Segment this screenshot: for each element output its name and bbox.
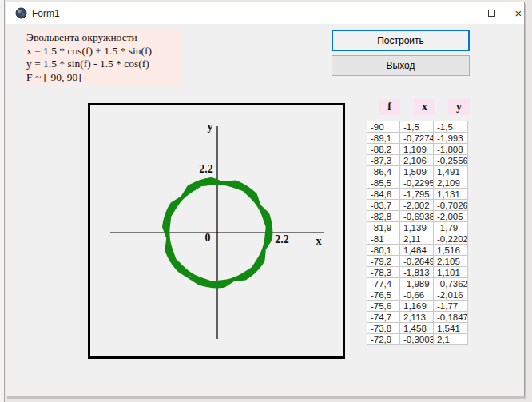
column-header-x: x [414,99,435,115]
plot-area [88,103,345,359]
table-cell: -0,3003 [400,334,434,345]
table-cell: -0,2649 [400,256,434,267]
form-window: Form1 – × Эвольвента окружности x = 1.5 … [6,2,525,396]
table-cell: -0,1847 [434,312,468,323]
exit-button-label: Выход [387,60,415,71]
table-cell: -2,002 [400,200,434,211]
table-cell: 1,169 [400,301,434,312]
column-header-f: f [379,99,400,115]
exit-button[interactable]: Выход [332,55,470,76]
table-cell: -1,77 [434,301,468,312]
window-title: Form1 [32,8,60,19]
table-cell: 2,106 [400,155,434,166]
desktop-edge [0,0,5,402]
table-row[interactable]: -812,11-0,2202 [367,233,468,245]
table-cell: 1,109 [400,144,434,155]
table-row[interactable]: -80,11,4841,516 [367,245,468,256]
table-cell: 2,11 [400,233,434,245]
table-cell: -90 [367,121,400,133]
table-cell: 1,101 [434,267,468,278]
table-cell: 2,1 [434,334,468,345]
table-row[interactable]: -86,41,5091,491 [367,166,468,177]
table-cell: 2,113 [400,312,434,323]
table-cell: -1,5 [400,121,434,133]
table-row[interactable]: -78,3-1,8131,101 [367,267,468,278]
table-cell: -2,005 [434,211,468,222]
table-cell: -84,6 [367,189,400,200]
table-row[interactable]: -81,91,139-1,79 [367,222,468,233]
table-cell: -76,5 [367,289,400,301]
table-cell: -82,8 [367,211,400,222]
table-cell: -88,2 [367,144,400,155]
table-cell: -0,7274 [400,133,434,144]
table-cell: -1,795 [400,189,434,200]
column-header-y: y [448,99,470,115]
origin-label: 0 [205,232,211,245]
table-cell: -73,8 [367,323,400,334]
table-cell: -0,2556 [434,155,468,166]
table-cell: 2,105 [434,256,468,267]
table-row[interactable]: -83,7-2,002-0,7026 [367,200,468,211]
formula-y: y = 1.5 * sin(f) - 1.5 * cos(f) [26,58,182,71]
formula-info-box: Эвольвента окружности x = 1.5 * cos(f) +… [23,30,182,86]
table-row[interactable]: -77,4-1,989-0,7362 [367,278,468,289]
table-row[interactable]: -90-1,5-1,5 [367,121,468,133]
x-axis-label: x [316,235,322,248]
table-cell: 1,541 [434,323,468,334]
table-cell: -1,989 [400,278,434,289]
table-row[interactable]: -87,32,106-0,2556 [367,155,468,166]
table-cell: -0,66 [400,289,434,301]
table-row[interactable]: -72,9-0,30032,1 [367,334,468,345]
table-cell: -1,5 [434,121,468,133]
table-cell: 1,484 [400,245,434,256]
formula-range: F ~ [-90, 90] [26,71,182,85]
table-row[interactable]: -89,1-0,7274-1,993 [367,133,468,144]
table-cell: 1,491 [434,166,468,177]
build-button[interactable]: Построить [332,30,470,51]
x-tick-label: 2.2 [275,233,289,246]
table-cell: -1,993 [434,133,468,144]
table-cell: -83,7 [367,200,400,211]
maximize-icon [488,10,495,17]
y-axis-label: y [208,121,213,133]
table-cell: 1,458 [400,323,434,334]
table-row[interactable]: -73,81,4581,541 [367,323,468,334]
table-cell: -81 [367,233,400,245]
table-cell: -1,808 [434,144,468,155]
table-cell: -81,9 [367,222,400,233]
minimize-icon: – [458,7,463,19]
table-row[interactable]: -74,72,113-0,1847 [367,312,468,323]
table-cell: -1,79 [434,222,468,233]
table-row[interactable]: -76,5-0,66-2,016 [367,289,468,301]
table-cell: -85,5 [367,177,400,189]
table-cell: -0,7026 [434,200,468,211]
table-cell: 2,109 [434,177,468,189]
table-cell: 1,139 [400,222,434,233]
table-row[interactable]: -79,2-0,26492,105 [367,256,468,267]
table-cell: 1,131 [434,189,468,200]
table-cell: -0,7362 [434,278,468,289]
minimize-button[interactable]: – [448,2,474,24]
table-cell: -89,1 [367,133,400,144]
table-row[interactable]: -85,5-0,22952,109 [367,177,468,189]
table-cell: -86,4 [367,166,400,177]
close-button[interactable]: × [506,2,531,24]
plot-canvas [90,105,343,356]
values-table[interactable]: -90-1,5-1,5-89,1-0,7274-1,993-88,21,109-… [367,121,468,345]
table-row[interactable]: -75,61,169-1,77 [367,301,468,312]
table-cell: -2,016 [434,289,468,301]
title-bar[interactable]: Form1 – × [6,2,524,24]
formula-title: Эвольвента окружности [26,31,182,45]
table-cell: -0,2295 [400,177,434,189]
y-tick-label: 2.2 [199,163,213,176]
table-cell: -0,6938 [400,211,434,222]
table-cell: -79,2 [367,256,400,267]
table-cell: -1,813 [400,267,434,278]
table-row[interactable]: -88,21,109-1,808 [367,144,468,155]
maximize-button[interactable] [478,2,504,24]
table-cell: -80,1 [367,245,400,256]
table-row[interactable]: -82,8-0,6938-2,005 [367,211,468,222]
build-button-label: Построить [377,35,424,46]
table-cell: -72,9 [367,334,400,345]
table-row[interactable]: -84,6-1,7951,131 [367,189,468,200]
